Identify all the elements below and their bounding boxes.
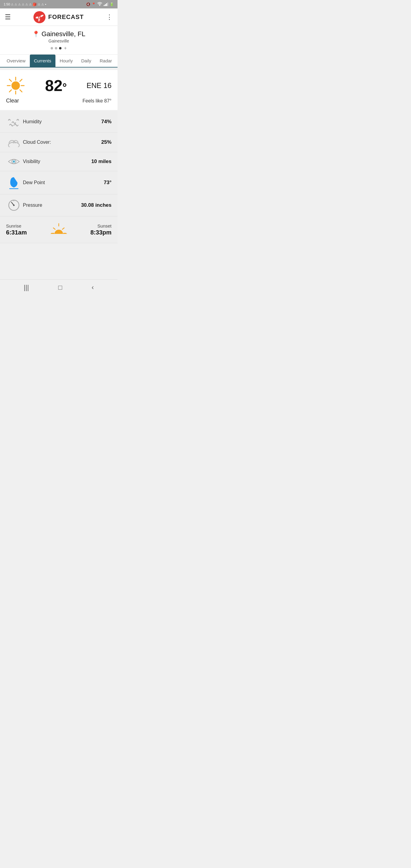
tab-currents[interactable]: Currents [30, 55, 56, 67]
current-main-row: 82° ENE 16 [6, 76, 112, 95]
tab-hourly[interactable]: Hourly [56, 55, 77, 67]
location-sublabel: Gainesville [5, 38, 113, 43]
status-bar: 1:50 ⚠ ⚠ ⚠ ⚠ ⚠ ⚠ 🎒 ⚠ ⚠ • 🔇 📍 [0, 0, 118, 8]
current-weather-card: 82° ENE 16 Clear Feels like 87° [0, 70, 118, 110]
svg-line-16 [9, 90, 11, 92]
svg-line-36 [62, 228, 64, 229]
eye-icon [6, 157, 22, 166]
tab-overview[interactable]: Overview [2, 55, 30, 67]
menu-icon[interactable]: ☰ [5, 13, 11, 21]
sunrise-label: Sunrise [6, 223, 50, 228]
sunrise-block: Sunrise 6:31am [6, 223, 50, 236]
svg-line-13 [9, 79, 11, 82]
temperature-value: 82 [45, 77, 63, 94]
detail-row-dewpoint: Dew Point 73° [0, 171, 118, 194]
detail-row-humidity: Humidity 74% [0, 111, 118, 133]
nav-back[interactable]: ‹ [87, 281, 98, 294]
wind-display: ENE 16 [87, 82, 112, 90]
location-pin-icon: 📍 [32, 30, 40, 38]
svg-rect-3 [106, 3, 107, 6]
status-dot: • [45, 2, 46, 6]
wifi-icon [97, 2, 102, 7]
status-left: 1:50 ⚠ ⚠ ⚠ ⚠ ⚠ ⚠ 🎒 ⚠ ⚠ • [4, 2, 46, 6]
location-icon: 📍 [92, 2, 96, 6]
sunset-time: 8:33pm [68, 229, 112, 236]
warn-icon-2: ⚠ [14, 3, 17, 6]
warn-icon-5: ⚠ [25, 3, 28, 6]
warn-icon-3: ⚠ [18, 3, 21, 6]
cloud-icon [6, 137, 22, 147]
status-bag-icon: 🎒 [33, 2, 37, 6]
location-main: 📍 Gainesville, FL [5, 30, 113, 38]
pressure-value: 30.08 inches [81, 202, 112, 208]
tab-daily[interactable]: Daily [77, 55, 95, 67]
tabs-bar: Overview Currents Hourly Daily Radar › [0, 55, 118, 67]
current-sub-row: Clear Feels like 87° [6, 98, 112, 105]
location-city: Gainesville, FL [41, 30, 86, 38]
warn-icon-7: ⚠ [38, 3, 40, 6]
svg-point-8 [11, 82, 20, 90]
nav-home[interactable]: □ [53, 281, 67, 294]
sunrise-time: 6:31am [6, 229, 50, 236]
bottom-nav: ||| □ ‹ [0, 279, 118, 295]
humidity-icon [6, 116, 22, 127]
warn-icon-4: ⚠ [22, 3, 24, 6]
toolbar: ☰ FORECAST ⋮ [0, 8, 118, 26]
sunset-block: Sunset 8:33pm [68, 223, 112, 236]
warn-icon-8: ⚠ [41, 3, 44, 6]
svg-rect-33 [50, 234, 67, 238]
cloud-label: Cloud Cover: [23, 140, 101, 145]
svg-point-28 [13, 205, 15, 206]
svg-rect-4 [107, 2, 108, 6]
svg-line-35 [53, 228, 55, 229]
humidity-label: Humidity [23, 119, 101, 124]
temp-unit: ° [62, 81, 67, 93]
sunrise-sunset-row: Sunrise 6:31am Sunset 8:33pm [0, 216, 118, 243]
mute-icon: 🔇 [86, 2, 90, 6]
logo-area: FORECAST [33, 11, 84, 24]
dot-add[interactable]: + [64, 46, 67, 51]
detail-row-pressure: Pressure 30.08 inches [0, 194, 118, 216]
humidity-value: 74% [101, 119, 112, 125]
pressure-label: Pressure [23, 203, 81, 208]
warn-icon-6: ⚠ [29, 3, 32, 6]
cloud-value: 25% [101, 139, 112, 145]
location-bar: 📍 Gainesville, FL Gainesville + [0, 26, 118, 55]
tab-radar[interactable]: Radar [96, 55, 116, 67]
sunset-label: Sunset [68, 223, 112, 228]
more-options-icon[interactable]: ⋮ [106, 13, 113, 21]
detail-row-cloud: Cloud Cover: 25% [0, 133, 118, 152]
tabs-arrow-icon[interactable]: › [116, 55, 118, 66]
svg-rect-1 [104, 5, 104, 6]
nav-recent-apps[interactable]: ||| [19, 281, 34, 294]
sunrise-center-icon [50, 222, 68, 238]
condition-text: Clear [6, 98, 19, 104]
status-right: 🔇 📍 🔋 [86, 2, 114, 7]
dewpoint-label: Dew Point [23, 180, 104, 185]
wind-speed: 16 [103, 82, 112, 90]
dot-3-active[interactable] [59, 47, 61, 50]
detail-section: Humidity 74% Cloud Cover: 25% [0, 111, 118, 243]
svg-point-24 [13, 161, 14, 162]
svg-point-7 [39, 17, 40, 18]
signal-icon [104, 2, 108, 7]
status-time: 1:50 [4, 2, 10, 6]
dot-2[interactable] [55, 47, 57, 50]
detail-row-visibility: Visibility 10 miles [0, 152, 118, 171]
warn-icon-1: ⚠ [11, 3, 13, 6]
svg-rect-2 [105, 4, 106, 6]
dot-1[interactable] [51, 47, 53, 50]
wind-direction: ENE [87, 82, 101, 90]
svg-point-0 [99, 5, 100, 6]
temperature-display: 82° [45, 76, 67, 95]
dew-point-icon [6, 176, 22, 189]
app-logo [33, 11, 46, 24]
app-title: FORECAST [48, 13, 84, 21]
battery-icon: 🔋 [110, 2, 114, 6]
sun-horizon-icon [50, 222, 67, 238]
location-dots: + [5, 46, 113, 51]
empty-space [0, 243, 118, 279]
sun-icon [6, 76, 25, 95]
svg-line-14 [20, 90, 22, 92]
dewpoint-value: 73° [104, 180, 112, 186]
